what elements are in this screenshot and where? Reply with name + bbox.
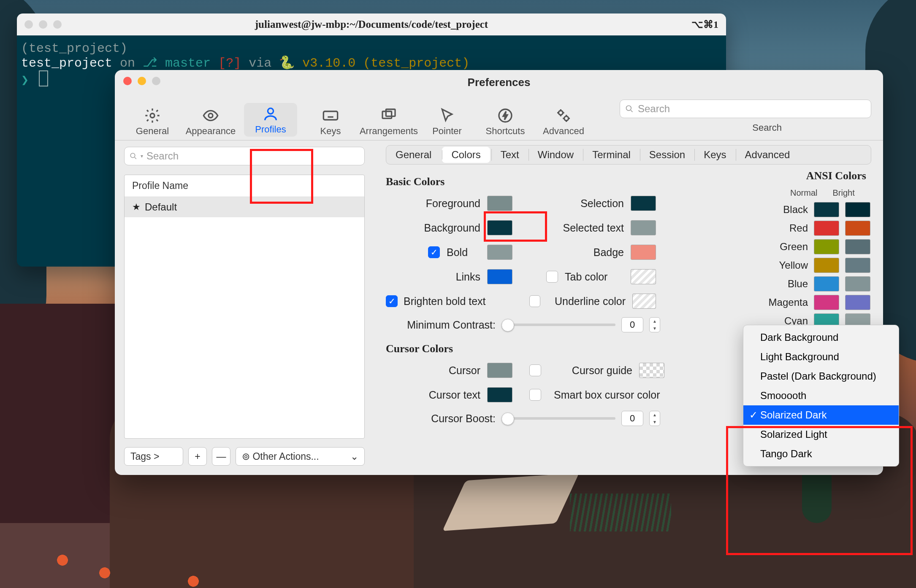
ansi-row-magenta: Magenta xyxy=(744,293,870,312)
profile-row-default[interactable]: ★ Default xyxy=(125,197,364,217)
subtab-colors[interactable]: Colors xyxy=(442,147,490,163)
cursor-guide-swatch[interactable] xyxy=(639,363,664,378)
snake-icon: 🐍 xyxy=(279,56,302,70)
terminal-titlebar[interactable]: julianwest@jw-mbp:~/Documents/code/test_… xyxy=(17,13,726,35)
cursor-boost-slider[interactable] xyxy=(501,417,615,420)
star-icon: ★ xyxy=(132,202,141,213)
selection-swatch[interactable] xyxy=(631,196,656,211)
badge-swatch[interactable] xyxy=(631,245,656,260)
min-contrast-stepper[interactable]: ▲▼ xyxy=(649,317,660,332)
tab-shortcuts[interactable]: Shortcuts xyxy=(480,107,530,137)
min-contrast-slider[interactable] xyxy=(501,324,615,326)
windows-icon xyxy=(380,107,397,124)
term-branch: master xyxy=(165,56,218,70)
ansi-normal-green-swatch[interactable] xyxy=(814,239,839,254)
tabcolor-swatch[interactable] xyxy=(631,269,656,284)
ansi-normal-red-swatch[interactable] xyxy=(814,221,839,236)
prefs-toolbar: General Appearance Profiles Keys Arrange… xyxy=(115,92,883,140)
term-git-status: [?] xyxy=(218,56,241,70)
ansi-row-green: Green xyxy=(744,237,870,256)
preset-item-pastel-dark-background-[interactable]: Pastel (Dark Background) xyxy=(743,367,899,386)
ansi-label: Magenta xyxy=(762,297,808,308)
preset-item-solarized-light[interactable]: Solarized Light xyxy=(743,425,899,444)
ansi-normal-black-swatch[interactable] xyxy=(814,202,839,217)
tab-arrangements[interactable]: Arrangements xyxy=(364,107,414,137)
bold-checkbox[interactable]: ✓ xyxy=(428,246,440,258)
preset-item-solarized-dark[interactable]: Solarized Dark xyxy=(743,405,899,425)
ansi-bright-yellow-swatch[interactable] xyxy=(845,258,870,273)
plus-icon: + xyxy=(195,451,200,462)
ansi-bright-magenta-swatch[interactable] xyxy=(845,295,870,310)
foreground-swatch[interactable] xyxy=(487,196,512,211)
subtab-window[interactable]: Window xyxy=(528,146,583,164)
tags-button[interactable]: Tags > xyxy=(124,447,183,466)
preset-item-tango-dark[interactable]: Tango Dark xyxy=(743,444,899,464)
tab-pointer[interactable]: Pointer xyxy=(422,107,472,137)
svg-rect-5 xyxy=(386,109,395,116)
keyboard-icon xyxy=(322,107,339,124)
window-title: Preferences xyxy=(115,76,883,89)
cursor-boost-label: Cursor Boost: xyxy=(386,413,496,425)
min-contrast-value[interactable]: 0 xyxy=(621,317,643,332)
cursor-boost-value[interactable]: 0 xyxy=(621,411,643,426)
ellipsis-circle-icon: ⊚ xyxy=(242,451,250,462)
tab-keys[interactable]: Keys xyxy=(306,107,355,137)
prefs-titlebar[interactable]: Preferences xyxy=(115,70,883,92)
term-project: test_project xyxy=(21,56,112,70)
add-profile-button[interactable]: + xyxy=(188,447,207,466)
underline-color-checkbox[interactable] xyxy=(529,295,540,307)
ansi-normal-magenta-swatch[interactable] xyxy=(814,295,839,310)
ansi-normal-blue-swatch[interactable] xyxy=(814,276,839,291)
smart-cursor-checkbox[interactable] xyxy=(529,389,541,401)
tab-advanced[interactable]: Advanced xyxy=(539,107,588,137)
preset-item-smooooth[interactable]: Smooooth xyxy=(743,386,899,405)
subtab-advanced[interactable]: Advanced xyxy=(736,146,799,164)
brighten-bold-checkbox[interactable]: ✓ xyxy=(386,295,398,307)
svg-point-8 xyxy=(564,116,569,121)
cursor-boost-stepper[interactable]: ▲▼ xyxy=(649,411,660,426)
ansi-row-yellow: Yellow xyxy=(744,256,870,275)
subtab-session[interactable]: Session xyxy=(640,146,694,164)
chevron-down-icon: ⌄ xyxy=(350,451,358,462)
subtab-text[interactable]: Text xyxy=(491,146,528,164)
preset-item-dark-background[interactable]: Dark Background xyxy=(743,328,899,347)
tab-appearance[interactable]: Appearance xyxy=(186,107,236,137)
tab-general[interactable]: General xyxy=(127,107,177,137)
color-presets-menu[interactable]: Dark BackgroundLight BackgroundPastel (D… xyxy=(743,325,899,467)
other-actions-button[interactable]: ⊚ Other Actions... ⌄ xyxy=(236,447,365,466)
svg-point-10 xyxy=(130,153,135,158)
term-python: v3.10.0 (test_project) xyxy=(302,56,469,70)
ansi-bright-green-swatch[interactable] xyxy=(845,239,870,254)
profile-search-input[interactable]: ▾ Search xyxy=(124,147,365,165)
ansi-label: Blue xyxy=(762,278,808,290)
svg-point-9 xyxy=(626,106,631,111)
underline-swatch[interactable] xyxy=(632,294,656,309)
background-swatch[interactable] xyxy=(487,220,512,235)
tabcolor-checkbox[interactable] xyxy=(546,271,558,283)
svg-point-2 xyxy=(268,108,273,114)
subtab-general[interactable]: General xyxy=(386,146,441,164)
profiles-list: Profile Name ★ Default xyxy=(124,175,365,439)
selected-text-swatch[interactable] xyxy=(631,220,656,235)
ansi-bright-black-swatch[interactable] xyxy=(845,202,870,217)
ansi-label: Red xyxy=(762,222,808,234)
remove-profile-button[interactable]: — xyxy=(212,447,230,466)
tab-profiles[interactable]: Profiles xyxy=(244,103,297,137)
subtab-terminal[interactable]: Terminal xyxy=(583,146,640,164)
links-swatch[interactable] xyxy=(487,269,512,284)
toolbar-search-input[interactable]: Search xyxy=(620,100,871,118)
bold-swatch[interactable] xyxy=(487,245,512,260)
terminal-title: julianwest@jw-mbp:~/Documents/code/test_… xyxy=(17,19,726,30)
preset-item-light-background[interactable]: Light Background xyxy=(743,347,899,367)
cursor-guide-checkbox[interactable] xyxy=(529,364,541,376)
ansi-bright-red-swatch[interactable] xyxy=(845,221,870,236)
toolbar-search-label: Search xyxy=(752,122,782,133)
prompt-icon: ❯ xyxy=(21,73,29,88)
minus-icon: — xyxy=(217,451,226,462)
subtab-keys[interactable]: Keys xyxy=(694,146,735,164)
cursor-arrow-icon xyxy=(439,107,455,124)
cursor-text-swatch[interactable] xyxy=(487,387,512,402)
cursor-swatch[interactable] xyxy=(487,363,512,378)
ansi-bright-blue-swatch[interactable] xyxy=(845,276,870,291)
ansi-normal-yellow-swatch[interactable] xyxy=(814,258,839,273)
